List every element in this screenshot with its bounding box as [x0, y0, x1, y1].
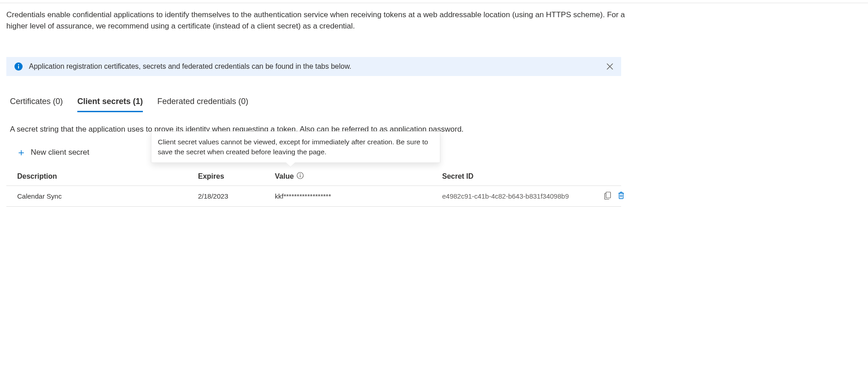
credential-tabs: Certificates (0) Client secrets (1) Fede… [6, 97, 862, 112]
delete-icon[interactable] [618, 191, 625, 201]
svg-rect-4 [300, 175, 300, 177]
tab-certificates[interactable]: Certificates (0) [10, 97, 63, 112]
credentials-intro: Credentials enable confidential applicat… [6, 10, 644, 32]
info-circle-icon[interactable] [297, 172, 304, 181]
new-client-secret-label: New client secret [31, 148, 89, 157]
cell-value: kkf****************** [275, 192, 442, 200]
plus-icon: ＋ [16, 147, 26, 157]
svg-point-2 [18, 64, 19, 65]
new-client-secret-button[interactable]: ＋ New client secret [6, 145, 95, 160]
svg-rect-7 [619, 193, 623, 199]
svg-point-5 [300, 174, 301, 175]
svg-rect-1 [18, 66, 19, 69]
info-banner-text: Application registration certificates, s… [29, 62, 351, 71]
svg-rect-6 [606, 192, 611, 198]
info-banner: Application registration certificates, s… [6, 57, 621, 76]
col-value: Value [275, 172, 442, 181]
cell-secret-id: e4982c91-c41b-4c82-b643-b831f34098b9 [442, 192, 596, 200]
table-row: Calendar Sync 2/18/2023 kkf*************… [6, 186, 621, 207]
col-expires: Expires [198, 172, 275, 181]
cell-expires: 2/18/2023 [198, 192, 275, 200]
tab-federated-credentials[interactable]: Federated credentials (0) [157, 97, 248, 112]
client-secrets-table: Description Expires Value Secret ID Cale… [6, 168, 621, 207]
cell-description: Calendar Sync [17, 192, 198, 200]
copy-icon[interactable] [604, 191, 611, 201]
col-value-label: Value [275, 172, 294, 181]
col-description: Description [17, 172, 198, 181]
info-icon [14, 62, 23, 71]
col-secret-id: Secret ID [442, 172, 596, 181]
value-tooltip: Client secret values cannot be viewed, e… [151, 131, 440, 162]
tab-client-secrets[interactable]: Client secrets (1) [77, 97, 143, 112]
close-icon[interactable] [607, 63, 613, 70]
